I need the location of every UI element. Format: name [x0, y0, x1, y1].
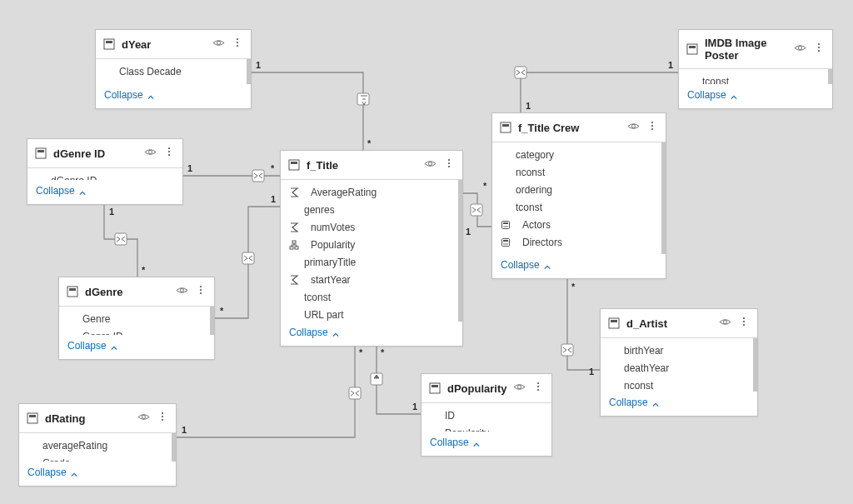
- more-icon[interactable]: [157, 411, 168, 426]
- eye-icon[interactable]: [513, 381, 526, 396]
- table-header[interactable]: IMDB Image Poster: [679, 30, 832, 69]
- eye-icon[interactable]: [627, 120, 640, 135]
- field[interactable]: Class Decade: [119, 66, 242, 77]
- table-dartist[interactable]: d_Artist birthYear deathYear nconst prim…: [600, 308, 758, 417]
- collapse-link[interactable]: Collapse: [601, 392, 757, 416]
- collapse-link[interactable]: Collapse: [27, 180, 182, 204]
- scrollbar[interactable]: [172, 433, 176, 462]
- table-dgenre[interactable]: dGenre Genre Genre ID Collapse: [58, 277, 215, 360]
- table-icon: [27, 412, 38, 424]
- field[interactable]: ID: [445, 410, 543, 422]
- svg-rect-72: [502, 124, 509, 127]
- field[interactable]: Genre ID: [82, 331, 206, 335]
- field[interactable]: nconst: [516, 167, 657, 178]
- more-icon[interactable]: [532, 381, 544, 396]
- field[interactable]: tconst: [702, 76, 824, 84]
- field[interactable]: tconst: [516, 202, 657, 213]
- field[interactable]: Actors: [516, 219, 657, 231]
- field-label: Genre ID: [82, 331, 123, 335]
- table-header[interactable]: dGenre: [59, 277, 214, 307]
- field-label: tconst: [304, 292, 331, 303]
- field-label: nconst: [624, 380, 653, 392]
- field[interactable]: Grade: [42, 457, 167, 462]
- svg-point-37: [818, 47, 820, 48]
- more-icon[interactable]: [813, 42, 825, 57]
- eye-icon[interactable]: [794, 42, 806, 57]
- field-list: averageRating Grade: [19, 433, 176, 462]
- svg-text:1: 1: [187, 163, 192, 173]
- scrollbar[interactable]: [210, 307, 214, 335]
- field[interactable]: averageRating: [42, 440, 167, 452]
- field[interactable]: Popularity: [445, 427, 543, 432]
- field[interactable]: category: [516, 149, 657, 161]
- svg-rect-58: [291, 162, 297, 164]
- collapse-link[interactable]: Collapse: [59, 335, 214, 359]
- eye-icon[interactable]: [212, 37, 225, 52]
- eye-icon[interactable]: [137, 411, 150, 426]
- svg-point-75: [651, 125, 653, 127]
- collapse-link[interactable]: Collapse: [492, 254, 666, 278]
- scrollbar[interactable]: [753, 338, 757, 392]
- svg-point-73: [631, 124, 635, 127]
- more-icon[interactable]: [738, 316, 750, 331]
- more-icon[interactable]: [443, 157, 455, 172]
- table-icon: [35, 147, 47, 159]
- field[interactable]: deathYear: [624, 362, 749, 374]
- field[interactable]: Decade: [119, 83, 242, 84]
- svg-point-74: [651, 122, 653, 123]
- table-dpopularity[interactable]: dPopularity ID Popularity Collapse: [421, 373, 552, 457]
- field[interactable]: Popularity: [304, 239, 454, 251]
- table-drating[interactable]: dRating averageRating Grade Collapse: [18, 403, 177, 487]
- scrollbar[interactable]: [458, 180, 462, 322]
- table-header[interactable]: f_Title Crew: [492, 113, 666, 142]
- table-header[interactable]: dPopularity: [422, 374, 551, 403]
- table-ftitle[interactable]: f_Title AverageRating genres numVotes Po…: [280, 150, 463, 347]
- svg-rect-2: [252, 170, 264, 182]
- svg-rect-28: [106, 41, 112, 43]
- collapse-link[interactable]: Collapse: [422, 432, 551, 456]
- table-header[interactable]: f_Title: [281, 151, 462, 180]
- svg-rect-1: [515, 67, 526, 78]
- field[interactable]: birthYear: [624, 345, 749, 357]
- more-icon[interactable]: [163, 146, 175, 161]
- collapse-link[interactable]: Collapse: [19, 462, 176, 486]
- table-header[interactable]: dYear: [96, 30, 251, 59]
- collapse-link[interactable]: Collapse: [281, 322, 462, 346]
- eye-icon[interactable]: [719, 316, 731, 331]
- field-label: nconst: [516, 167, 545, 178]
- field[interactable]: nconst: [624, 380, 749, 392]
- table-header[interactable]: d_Artist: [601, 309, 757, 338]
- field[interactable]: Genre: [82, 313, 206, 325]
- eye-icon[interactable]: [424, 157, 436, 172]
- field[interactable]: ordering: [516, 184, 657, 196]
- scrollbar[interactable]: [247, 59, 251, 84]
- eye-icon[interactable]: [176, 284, 188, 299]
- scrollbar[interactable]: [828, 69, 832, 84]
- more-icon[interactable]: [232, 37, 243, 52]
- scrollbar[interactable]: [661, 142, 666, 254]
- field[interactable]: genres: [304, 204, 454, 216]
- table-header[interactable]: dRating: [19, 404, 176, 433]
- more-icon[interactable]: [646, 120, 658, 135]
- collapse-link[interactable]: Collapse: [679, 84, 832, 108]
- field[interactable]: startYear: [304, 274, 454, 286]
- field[interactable]: numVotes: [304, 222, 454, 233]
- svg-rect-34: [689, 46, 696, 48]
- field[interactable]: AverageRating: [304, 187, 454, 198]
- table-ftitle-crew[interactable]: f_Title Crew category nconst ordering tc…: [491, 112, 666, 279]
- field[interactable]: tconst: [304, 292, 454, 303]
- hierarchy-icon: [289, 240, 299, 250]
- table-header[interactable]: dGenre ID: [27, 139, 182, 168]
- field[interactable]: URL part: [304, 309, 454, 321]
- field[interactable]: Directors: [516, 237, 657, 248]
- eye-icon[interactable]: [144, 146, 157, 161]
- more-icon[interactable]: [195, 284, 207, 299]
- field[interactable]: primaryTitle: [304, 257, 454, 268]
- svg-point-95: [537, 382, 539, 384]
- table-dgenre-id[interactable]: dGenre ID dGenre ID Collapse: [27, 138, 183, 205]
- table-title: dPopularity: [447, 382, 513, 395]
- collapse-link[interactable]: Collapse: [96, 84, 251, 108]
- table-dyear[interactable]: dYear Class Decade Decade Collapse: [95, 29, 252, 109]
- field[interactable]: dGenre ID: [51, 175, 174, 180]
- table-imdb-poster[interactable]: IMDB Image Poster tconst URL Collapse: [678, 29, 833, 109]
